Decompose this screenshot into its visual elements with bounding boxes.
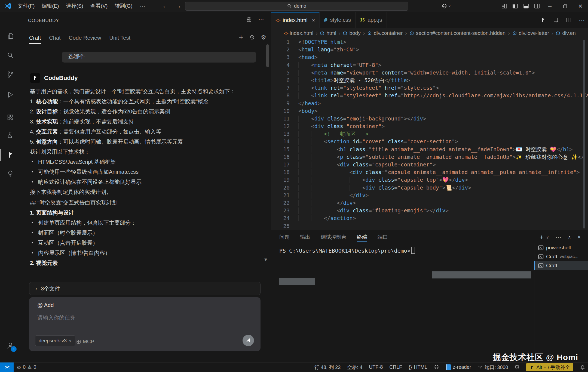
task-composer[interactable]: @ Add 请输入你的任务 deepseek-v3 ∨ MCP [29, 297, 261, 351]
terminal-dropdown-icon[interactable]: ∨ [546, 235, 549, 239]
terminal-list-item-craft[interactable]: Craftwebpac... [534, 252, 588, 261]
editor-tab-bar: <> index.html × # style.css JS app.js ⋯ [271, 12, 588, 28]
chevron-down-icon[interactable]: ∨ [448, 4, 451, 8]
testing-beaker-icon[interactable] [0, 128, 21, 142]
more-actions-icon[interactable]: ⋯ [258, 16, 264, 23]
command-search-input[interactable]: demo [185, 2, 408, 11]
encoding[interactable]: UTF-8 [369, 364, 383, 370]
menu-item[interactable]: 选择(S) [63, 0, 87, 12]
terminal-list-item-powershell[interactable]: powershell [534, 243, 588, 252]
breadcrumb-item[interactable]: div.en [556, 30, 575, 36]
breadcrumb-item[interactable]: section#content.content-section.hidden [409, 30, 506, 36]
code-text: <div class="capsule-body">📜</div> [290, 184, 471, 192]
explorer-icon[interactable] [0, 29, 21, 44]
account-icon[interactable]: 1 [0, 338, 21, 352]
menu-item[interactable]: 文件(F) [14, 0, 38, 12]
line-number: 22 [271, 199, 290, 207]
terminal-list-item-craft[interactable]: Craft [534, 261, 588, 270]
panel-more-icon[interactable]: ⋯ [555, 234, 561, 241]
editor-group: <> index.html × # style.css JS app.js ⋯ … [271, 12, 588, 230]
tab-index-html[interactable]: <> index.html × [271, 12, 320, 28]
minimize-button[interactable]: – [542, 0, 558, 12]
terminal-output[interactable]: PS C:\Users\MATEBOOK14\Desktop\pro\demo> [279, 247, 415, 254]
breadcrumb-item[interactable]: <>index.html [284, 30, 313, 36]
symbol-cube-icon [409, 31, 414, 36]
maximize-panel-icon[interactable]: ∧ [568, 235, 571, 240]
toggle-secondary-sidebar-icon[interactable] [531, 0, 542, 12]
add-context-button[interactable]: @ Add [37, 302, 54, 308]
close-tab-icon[interactable]: × [312, 17, 315, 23]
eol-sequence[interactable]: CRLF [389, 364, 402, 370]
scroll-down-icon[interactable]: ▾ [264, 256, 267, 263]
customize-layout-icon[interactable] [499, 0, 510, 12]
close-panel-icon[interactable]: × [577, 234, 581, 241]
chat-bullet-item: •响应式设计确保在不同设备上都能良好显示 [30, 178, 250, 186]
shield-status-icon[interactable] [514, 365, 520, 370]
panel-tab-调试控制台[interactable]: 调试控制台 [321, 230, 347, 244]
restore-button[interactable] [558, 0, 573, 12]
menu-item[interactable]: 查看(V) [87, 0, 111, 12]
files-summary-collapsible[interactable]: › 3个文件 [29, 282, 261, 295]
remote-indicator[interactable]: >< [0, 362, 14, 372]
run-debug-icon[interactable] [0, 88, 21, 102]
code-line: 15 <h1 class="title animate__animated an… [271, 146, 588, 153]
menu-item[interactable]: 转到(G) [111, 0, 136, 12]
extensions-icon[interactable] [0, 110, 21, 125]
problems-status[interactable]: ⊘0 ⚠0 [17, 364, 36, 370]
code-text: <p class="subtitle animate__animated ani… [290, 153, 584, 161]
toggle-panel-icon[interactable] [520, 0, 531, 12]
nav-forward-icon[interactable]: → [175, 2, 181, 10]
sidebar-settings-icon[interactable]: ⚙ [261, 34, 266, 41]
cursor-position[interactable]: 行 48, 列 23 [314, 364, 341, 371]
panel-tab-终端[interactable]: 终端 [357, 230, 367, 244]
editor-scrollbar[interactable] [583, 40, 585, 228]
breadcrumb-item[interactable]: div.love-letter [512, 30, 549, 36]
split-editor-search-icon[interactable] [553, 17, 559, 23]
chat-paragraph: 基于用户的需求，我们需要设计一个"时空胶囊"交互式告白页，主要特点和要求如下： [30, 88, 250, 95]
breadcrumb-item[interactable]: div.container [367, 30, 403, 36]
panel-tab-端口[interactable]: 端口 [378, 230, 388, 244]
new-session-icon[interactable]: + [239, 33, 243, 42]
z-reader-status[interactable]: z-reader [446, 364, 471, 370]
new-terminal-icon[interactable]: + [540, 233, 544, 241]
terminal-icon [538, 245, 544, 250]
search-sidebar-icon[interactable] [0, 48, 21, 63]
source-control-icon[interactable] [0, 67, 21, 82]
model-selector[interactable]: deepseek-v3 ∨ [35, 335, 75, 346]
menu-more-icon[interactable]: ⋯ [136, 3, 149, 9]
notifications-bell-icon[interactable] [580, 365, 585, 370]
menu-item[interactable]: 编辑(E) [38, 0, 62, 12]
code-editor[interactable]: 1<!DOCTYPE html>2<html lang="zh-CN">3<he… [271, 38, 588, 230]
breadcrumb-item[interactable]: body [343, 30, 360, 36]
chat-bullet-item: •内容展示区（情书/告白内容） [30, 249, 250, 257]
completion-toggle[interactable]: Alt + \ 手动补全 [526, 363, 573, 371]
history-icon[interactable] [249, 35, 255, 40]
nav-back-icon[interactable]: ← [162, 2, 168, 10]
tab-style-css[interactable]: # style.css [320, 12, 356, 28]
mcp-button[interactable]: MCP [76, 339, 94, 345]
account-badge: 1 [11, 346, 17, 352]
editor-more-actions-icon[interactable]: ⋯ [579, 17, 585, 24]
panel-tab-输出[interactable]: 输出 [300, 230, 310, 244]
line-number: 16 [271, 153, 290, 161]
code-text: <h1 class="title animate__animated anima… [290, 146, 572, 153]
send-button[interactable] [243, 335, 254, 346]
tab-app-js[interactable]: JS app.js [356, 12, 387, 28]
code-line: 9</head> [271, 100, 588, 107]
panel-tab-问题[interactable]: 问题 [279, 230, 290, 244]
toggle-sidebar-icon[interactable] [510, 0, 520, 12]
split-editor-icon[interactable] [566, 17, 572, 23]
codebuddy-action-icon[interactable] [540, 17, 546, 23]
codebuddy-status-icon[interactable] [434, 364, 439, 370]
float-window-icon[interactable] [246, 17, 252, 23]
lightbulb-icon[interactable] [0, 166, 21, 181]
indentation[interactable]: 空格: 4 [347, 364, 362, 371]
close-window-button[interactable]: × [573, 0, 588, 12]
chat-scrollbar[interactable] [266, 44, 269, 67]
breadcrumb-item[interactable]: html [320, 30, 336, 36]
language-mode[interactable]: {} HTML [409, 364, 427, 370]
line-number: 21 [271, 192, 290, 199]
task-input-placeholder[interactable]: 请输入你的任务 [37, 314, 75, 321]
port-status[interactable]: 端口: 3000 [477, 364, 508, 371]
codebuddy-sidebar-icon[interactable] [0, 148, 21, 162]
